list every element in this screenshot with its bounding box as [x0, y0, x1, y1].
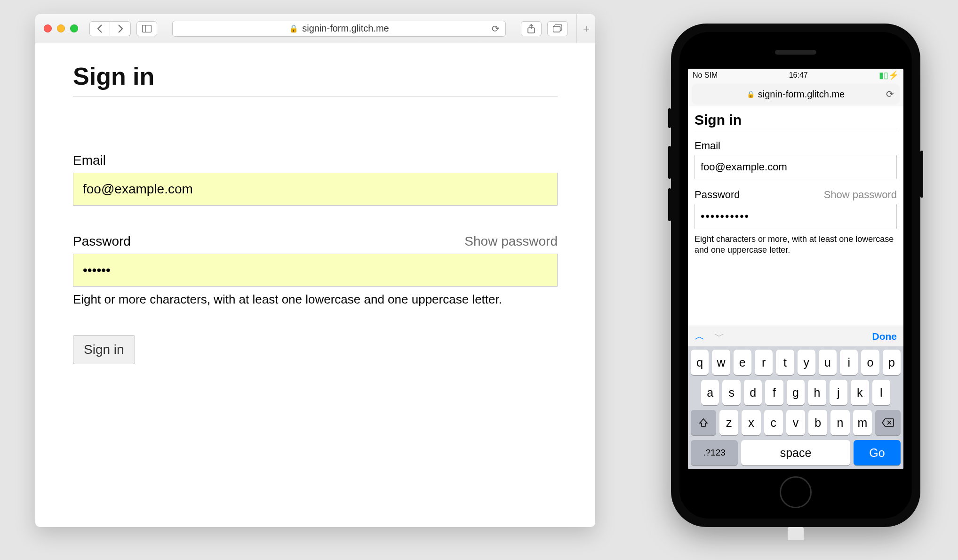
status-bar: No SIM 16:47 ▮▯⚡ [688, 69, 903, 82]
reload-icon[interactable]: ⟳ [492, 23, 500, 34]
password-input[interactable] [73, 254, 558, 287]
battery-icon: ▮▯⚡ [879, 70, 899, 80]
key-z[interactable]: z [719, 410, 738, 435]
space-key[interactable]: space [741, 440, 850, 465]
ios-keyboard: qwertyuiop asdfghjkl zxcvbnm .?123 space… [688, 346, 903, 469]
key-a[interactable]: a [701, 380, 719, 405]
password-input[interactable] [695, 204, 897, 229]
key-j[interactable]: j [830, 380, 847, 405]
keyboard-row-2: asdfghjkl [691, 380, 901, 405]
home-button[interactable] [780, 476, 812, 508]
clock-text: 16:47 [789, 71, 808, 80]
password-label: Password [695, 189, 740, 201]
svg-rect-4 [553, 26, 560, 32]
lightning-cable [788, 527, 804, 540]
tabs-button[interactable] [547, 21, 568, 36]
sidebar-button[interactable] [136, 21, 157, 36]
email-label: Email [695, 140, 720, 152]
go-key[interactable]: Go [854, 440, 901, 465]
password-label: Password [73, 234, 131, 249]
form-nav-arrows: ︿ ﹀ [695, 329, 725, 344]
prev-field-button[interactable]: ︿ [695, 330, 705, 342]
key-e[interactable]: e [734, 350, 751, 375]
shift-key[interactable] [691, 410, 716, 435]
key-t[interactable]: t [776, 350, 794, 375]
password-hint: Eight characters or more, with at least … [695, 234, 897, 256]
volume-up-button [668, 146, 671, 179]
show-password-toggle[interactable]: Show password [824, 189, 897, 201]
forward-button[interactable] [110, 21, 131, 36]
key-i[interactable]: i [840, 350, 858, 375]
lock-icon: 🔒 [289, 24, 298, 33]
mobile-page-body: Sign in Email Password Show password Eig… [688, 106, 903, 326]
email-input[interactable] [695, 155, 897, 179]
new-tab-button[interactable]: ＋ [576, 14, 595, 43]
email-label: Email [73, 153, 106, 168]
zoom-window-button[interactable] [70, 24, 78, 32]
key-c[interactable]: c [764, 410, 783, 435]
keyboard-row-3: zxcvbnm [691, 410, 901, 435]
page-title: Sign in [695, 112, 897, 131]
password-field-group: Password Show password Eight or more cha… [73, 234, 558, 307]
next-field-button[interactable]: ﹀ [714, 330, 725, 342]
email-input[interactable] [73, 173, 558, 206]
url-text: signin-form.glitch.me [302, 23, 389, 34]
share-button[interactable] [521, 21, 542, 36]
keyboard-accessory-bar: ︿ ﹀ Done [688, 326, 903, 346]
nav-buttons [89, 21, 131, 36]
page-body: Sign in Email Password Show password Eig… [35, 43, 595, 383]
key-x[interactable]: x [742, 410, 760, 435]
lock-icon: 🔒 [747, 90, 755, 98]
iphone-device: No SIM 16:47 ▮▯⚡ 🔒 signin-form.glitch.me… [671, 24, 920, 527]
carrier-text: No SIM [693, 71, 718, 80]
key-l[interactable]: l [872, 380, 890, 405]
window-controls [44, 24, 78, 32]
key-b[interactable]: b [808, 410, 827, 435]
key-w[interactable]: w [712, 350, 730, 375]
key-u[interactable]: u [819, 350, 837, 375]
iphone-bezel: No SIM 16:47 ▮▯⚡ 🔒 signin-form.glitch.me… [679, 32, 912, 519]
key-h[interactable]: h [808, 380, 826, 405]
keyboard-done-button[interactable]: Done [872, 331, 897, 342]
key-y[interactable]: y [798, 350, 815, 375]
email-field-group: Email [73, 153, 558, 206]
key-p[interactable]: p [883, 350, 901, 375]
numbers-key[interactable]: .?123 [691, 440, 738, 465]
power-button [920, 151, 923, 198]
key-v[interactable]: v [786, 410, 805, 435]
key-d[interactable]: d [744, 380, 762, 405]
close-window-button[interactable] [44, 24, 52, 32]
mute-switch [668, 108, 671, 128]
key-o[interactable]: o [861, 350, 879, 375]
reload-icon[interactable]: ⟳ [886, 88, 894, 100]
back-button[interactable] [89, 21, 110, 36]
key-f[interactable]: f [765, 380, 783, 405]
password-hint: Eight or more characters, with at least … [73, 292, 558, 307]
key-q[interactable]: q [691, 350, 709, 375]
key-r[interactable]: r [755, 350, 773, 375]
mobile-address-bar[interactable]: 🔒 signin-form.glitch.me ⟳ [692, 84, 900, 104]
key-k[interactable]: k [851, 380, 869, 405]
safari-toolbar: 🔒 signin-form.glitch.me ⟳ ＋ [35, 14, 595, 43]
sign-in-button[interactable]: Sign in [73, 335, 135, 364]
show-password-toggle[interactable]: Show password [464, 234, 558, 249]
volume-down-button [668, 188, 671, 221]
key-n[interactable]: n [830, 410, 849, 435]
safari-window: 🔒 signin-form.glitch.me ⟳ ＋ Sign in Emai… [35, 14, 595, 527]
minimize-window-button[interactable] [57, 24, 65, 32]
key-s[interactable]: s [722, 380, 740, 405]
keyboard-row-1: qwertyuiop [691, 350, 901, 375]
page-title: Sign in [73, 62, 558, 96]
address-bar[interactable]: 🔒 signin-form.glitch.me ⟳ [172, 21, 506, 37]
url-text: signin-form.glitch.me [758, 89, 845, 100]
iphone-screen: No SIM 16:47 ▮▯⚡ 🔒 signin-form.glitch.me… [688, 69, 903, 469]
key-m[interactable]: m [853, 410, 872, 435]
earpiece-speaker [775, 50, 816, 55]
keyboard-row-4: .?123 space Go [691, 440, 901, 465]
svg-rect-0 [143, 25, 152, 32]
backspace-key[interactable] [875, 410, 901, 435]
key-g[interactable]: g [787, 380, 805, 405]
